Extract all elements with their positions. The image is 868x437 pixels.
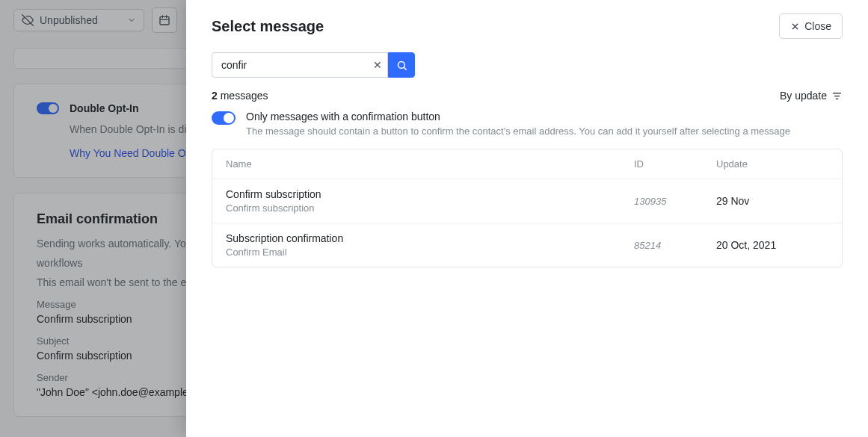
search-input[interactable]	[212, 52, 388, 78]
results-count-number: 2	[212, 90, 218, 102]
message-id: 85214	[634, 240, 716, 251]
search-icon	[396, 60, 407, 71]
count-sort-row: 2 messages By update	[212, 90, 843, 102]
sort-dropdown[interactable]: By update	[780, 90, 843, 102]
clear-search-button[interactable]: ✕	[373, 60, 382, 70]
table-row[interactable]: Subscription confirmation Confirm Email …	[212, 223, 842, 267]
cell-name: Confirm subscription Confirm subscriptio…	[226, 188, 634, 214]
select-message-modal: Select message Close ✕ 2 messages	[186, 0, 868, 437]
messages-table: Name ID Update Confirm subscription Conf…	[212, 149, 843, 267]
message-name: Confirm subscription	[226, 188, 634, 200]
modal-title: Select message	[212, 18, 324, 35]
col-update: Update	[716, 158, 828, 170]
results-count-word: messages	[221, 90, 268, 102]
close-icon: ✕	[373, 59, 382, 71]
sort-icon	[831, 90, 843, 102]
results-count: 2 messages	[212, 90, 268, 102]
cell-name: Subscription confirmation Confirm Email	[226, 232, 634, 258]
confirmation-filter-text: Only messages with a confirmation button…	[246, 111, 790, 137]
confirmation-filter-toggle[interactable]	[212, 111, 236, 125]
col-id: ID	[634, 158, 716, 170]
search-wrapper: ✕	[212, 52, 388, 78]
confirmation-filter-title: Only messages with a confirmation button	[246, 111, 790, 123]
close-icon	[790, 22, 800, 31]
close-button[interactable]: Close	[779, 13, 843, 39]
message-sub: Confirm subscription	[226, 202, 634, 214]
message-name: Subscription confirmation	[226, 232, 634, 244]
sort-label: By update	[780, 90, 827, 102]
confirmation-filter-row: Only messages with a confirmation button…	[212, 111, 843, 137]
message-sub: Confirm Email	[226, 247, 634, 258]
close-label: Close	[804, 20, 831, 32]
modal-header: Select message Close	[212, 13, 843, 39]
search-button[interactable]	[388, 52, 415, 78]
table-header: Name ID Update	[212, 149, 842, 179]
message-id: 130935	[634, 196, 716, 207]
search-row: ✕	[212, 52, 843, 78]
message-date: 29 Nov	[716, 195, 828, 207]
message-date: 20 Oct, 2021	[716, 239, 828, 251]
confirmation-filter-desc: The message should contain a button to c…	[246, 125, 790, 137]
col-name: Name	[226, 158, 634, 170]
svg-line-8	[404, 67, 406, 69]
table-row[interactable]: Confirm subscription Confirm subscriptio…	[212, 179, 842, 223]
